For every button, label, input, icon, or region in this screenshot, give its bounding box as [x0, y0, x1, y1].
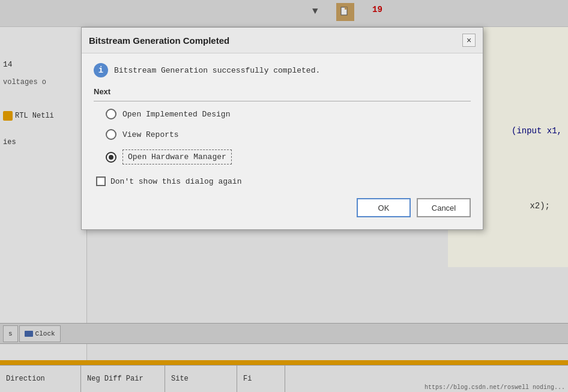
next-section-label: Next — [94, 87, 471, 96]
radio-open-hardware[interactable]: Open Hardware Manager — [106, 149, 471, 164]
radio-circle-3 — [106, 152, 116, 163]
ok-button[interactable]: OK — [357, 198, 411, 217]
info-icon: i — [94, 63, 108, 77]
radio-circle-2 — [106, 129, 116, 140]
radio-label-3: Open Hardware Manager — [122, 149, 232, 164]
bitstream-dialog: Bitstream Generation Completed × i Bitst… — [81, 27, 483, 230]
radio-label-2: View Reports — [122, 130, 179, 139]
dont-show-again-label: Don't show this dialog again — [110, 177, 241, 186]
info-message: Bitstream Generation successfully comple… — [114, 66, 320, 75]
dont-show-again-checkbox[interactable] — [96, 176, 106, 186]
radio-circle-1 — [106, 109, 116, 119]
section-divider — [94, 101, 471, 101]
radio-options-group: Open Implemented Design View Reports Ope… — [94, 109, 471, 164]
dialog-titlebar: Bitstream Generation Completed × — [82, 28, 483, 53]
dialog-overlay: Bitstream Generation Completed × i Bitst… — [0, 0, 568, 392]
radio-open-implemented[interactable]: Open Implemented Design — [106, 109, 471, 119]
dont-show-again-row[interactable]: Don't show this dialog again — [94, 176, 471, 186]
dialog-buttons: OK Cancel — [94, 198, 471, 217]
dialog-title: Bitstream Generation Completed — [89, 35, 229, 46]
radio-label-1: Open Implemented Design — [122, 110, 230, 119]
dialog-body: i Bitstream Generation successfully comp… — [82, 53, 483, 229]
info-row: i Bitstream Generation successfully comp… — [94, 63, 471, 77]
cancel-button[interactable]: Cancel — [417, 198, 471, 217]
radio-view-reports[interactable]: View Reports — [106, 129, 471, 140]
dialog-close-button[interactable]: × — [462, 34, 476, 47]
